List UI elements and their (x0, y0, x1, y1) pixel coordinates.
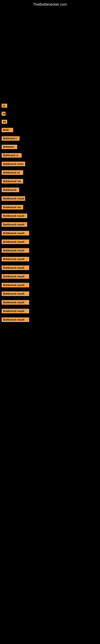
list-item: Bottleneck result (1, 274, 99, 279)
list-item: B (1, 104, 99, 108)
bottleneck-label: Bottleneck result (1, 309, 29, 313)
bottleneck-label: Bottleneck resul (1, 162, 25, 166)
bottleneck-label: Bottleneck result (1, 300, 29, 305)
list-item: B (1, 112, 99, 116)
bottleneck-label: B (1, 112, 6, 116)
list-item: Bottleneck re (1, 170, 99, 175)
bottleneck-label: Bottleneck (1, 188, 19, 192)
list-item: Bottleneck res (1, 205, 99, 210)
list-item: Bo (1, 120, 99, 124)
list-item: Bottleneck re (1, 153, 99, 158)
list-item: Bottleneck result (1, 283, 99, 288)
list-item: Bottleneck resul (1, 162, 99, 166)
bottleneck-label: Bo (1, 120, 7, 124)
list-item: Bottleneck result (1, 231, 99, 236)
list-item: Bottleneck result (1, 257, 99, 262)
list-item: Bottleneck (1, 188, 99, 192)
bottleneck-label: Bottleneck result (1, 257, 29, 262)
bottleneck-label: Bottleneck result (1, 240, 29, 244)
bottleneck-label: Bottleneck result (1, 248, 29, 253)
list-item: Bottleneck result (1, 317, 99, 322)
bottleneck-label: Bottleneck result (1, 214, 27, 218)
list-item: Bottl (1, 128, 99, 132)
bottleneck-label: Bottleneck result (1, 292, 29, 296)
list-item: Bottleneck result (1, 214, 99, 218)
bottleneck-label: Bottleneck result (1, 266, 29, 270)
bottleneck-label: Bottleneck re (1, 153, 22, 158)
bottleneck-label: Bottleneck result (1, 231, 29, 236)
bottleneck-label: Bottlenec (1, 145, 17, 149)
list-item: Bottleneck result (1, 248, 99, 253)
list-item: Bottleneck res (1, 179, 99, 184)
list-item: Bottleneck result (1, 222, 99, 227)
list-item: Bottleneck result (1, 309, 99, 313)
bottleneck-label: Bottleneck res (1, 205, 23, 210)
top-section (0, 8, 100, 101)
list-item: Bottleneck r (1, 136, 99, 141)
site-header: TheBottlenecker.com (0, 0, 100, 8)
list-item: Bottleneck result (1, 240, 99, 244)
bottleneck-label: Bottleneck r (1, 136, 20, 141)
bottleneck-label: Bottleneck res (1, 179, 23, 184)
bottleneck-label: Bottleneck result (1, 283, 29, 288)
site-title: TheBottlenecker.com (0, 0, 100, 8)
list-item: Bottleneck result (1, 196, 99, 201)
list-item: Bottleneck result (1, 292, 99, 296)
list-item: Bottleneck result (1, 300, 99, 305)
bottleneck-label: Bottl (1, 128, 13, 132)
list-item: Bottleneck result (1, 266, 99, 270)
bottleneck-label: Bottleneck result (1, 317, 29, 322)
bottleneck-label: Bottleneck re (1, 170, 23, 175)
bottleneck-label: Bottleneck result (1, 196, 25, 201)
items-container: B B Bo Bottl Bottleneck r Bottlenec Bott… (0, 101, 100, 322)
bottleneck-label: B (1, 104, 7, 108)
list-item: Bottlenec (1, 145, 99, 149)
bottleneck-label: Bottleneck result (1, 222, 27, 227)
bottleneck-label: Bottleneck result (1, 274, 29, 279)
